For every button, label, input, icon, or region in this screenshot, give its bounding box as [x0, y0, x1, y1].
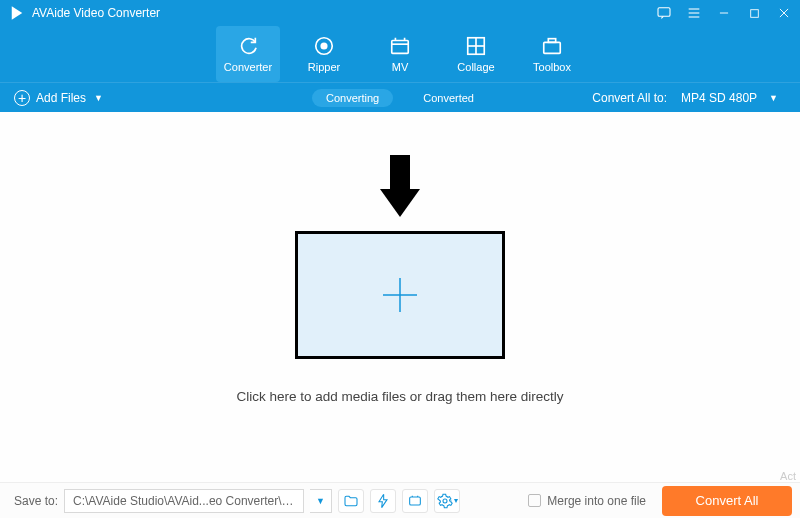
high-speed-button[interactable]	[402, 489, 428, 513]
menu-icon[interactable]	[686, 5, 702, 21]
settings-button[interactable]: ▾	[434, 489, 460, 513]
nav-toolbox-label: Toolbox	[533, 61, 571, 73]
nav-mv[interactable]: MV	[368, 26, 432, 82]
merge-label: Merge into one file	[547, 494, 646, 508]
nav-ripper-label: Ripper	[308, 61, 340, 73]
nav-collage[interactable]: Collage	[444, 26, 508, 82]
watermark-text: Act	[780, 470, 796, 482]
nav-ripper[interactable]: Ripper	[292, 26, 356, 82]
svg-rect-6	[750, 9, 758, 17]
nav-converter[interactable]: Converter	[216, 26, 280, 82]
save-path-dropdown[interactable]: ▼	[310, 489, 332, 513]
plus-icon	[377, 272, 423, 318]
app-logo-icon	[8, 4, 26, 22]
convert-all-button[interactable]: Convert All	[662, 486, 792, 516]
app-title: AVAide Video Converter	[32, 6, 656, 20]
svg-marker-21	[380, 189, 420, 217]
svg-point-27	[443, 499, 447, 503]
merge-checkbox[interactable]: Merge into one file	[528, 494, 646, 508]
hardware-accel-button[interactable]	[370, 489, 396, 513]
svg-rect-11	[392, 41, 409, 54]
svg-marker-0	[12, 6, 23, 20]
checkbox-icon	[528, 494, 541, 507]
plus-circle-icon: +	[14, 90, 30, 106]
minimize-icon[interactable]	[716, 5, 732, 21]
arrow-down-icon	[376, 155, 424, 223]
feedback-icon[interactable]	[656, 5, 672, 21]
maximize-icon[interactable]	[746, 5, 762, 21]
svg-rect-18	[544, 42, 561, 53]
output-format-select[interactable]: MP4 SD 480P ▼	[673, 89, 786, 107]
svg-rect-19	[548, 39, 555, 43]
nav-converter-label: Converter	[224, 61, 272, 73]
title-bar: AVAide Video Converter	[0, 0, 800, 26]
close-icon[interactable]	[776, 5, 792, 21]
bottom-bar: Save to: C:\AVAide Studio\AVAid...eo Con…	[0, 482, 800, 518]
save-to-label: Save to:	[14, 494, 58, 508]
chevron-down-icon: ▼	[316, 496, 325, 506]
chevron-down-icon: ▼	[769, 93, 778, 103]
save-path-field[interactable]: C:\AVAide Studio\AVAid...eo Converter\Co…	[64, 489, 304, 513]
svg-point-10	[321, 43, 327, 49]
tab-converting[interactable]: Converting	[312, 89, 393, 107]
nav-toolbox[interactable]: Toolbox	[520, 26, 584, 82]
nav-mv-label: MV	[392, 61, 409, 73]
svg-rect-1	[658, 8, 670, 17]
add-files-label: Add Files	[36, 91, 86, 105]
window-controls	[656, 5, 792, 21]
drop-zone-text: Click here to add media files or drag th…	[236, 389, 563, 404]
workspace: Click here to add media files or drag th…	[0, 112, 800, 482]
add-files-button[interactable]: + Add Files ▼	[14, 90, 103, 106]
chevron-down-icon: ▾	[454, 496, 458, 505]
sub-bar: + Add Files ▼ Converting Converted Conve…	[0, 82, 800, 112]
svg-rect-24	[410, 497, 421, 505]
save-path-value: C:\AVAide Studio\AVAid...eo Converter\Co…	[73, 494, 295, 508]
nav-collage-label: Collage	[457, 61, 494, 73]
chevron-down-icon: ▼	[94, 93, 103, 103]
main-nav: Converter Ripper MV Collage Toolbox	[0, 26, 800, 82]
svg-rect-20	[390, 155, 410, 189]
open-folder-button[interactable]	[338, 489, 364, 513]
convert-all-to-label: Convert All to:	[592, 91, 667, 105]
drop-zone[interactable]	[295, 231, 505, 359]
tab-converted[interactable]: Converted	[409, 89, 488, 107]
output-format-value: MP4 SD 480P	[681, 91, 757, 105]
